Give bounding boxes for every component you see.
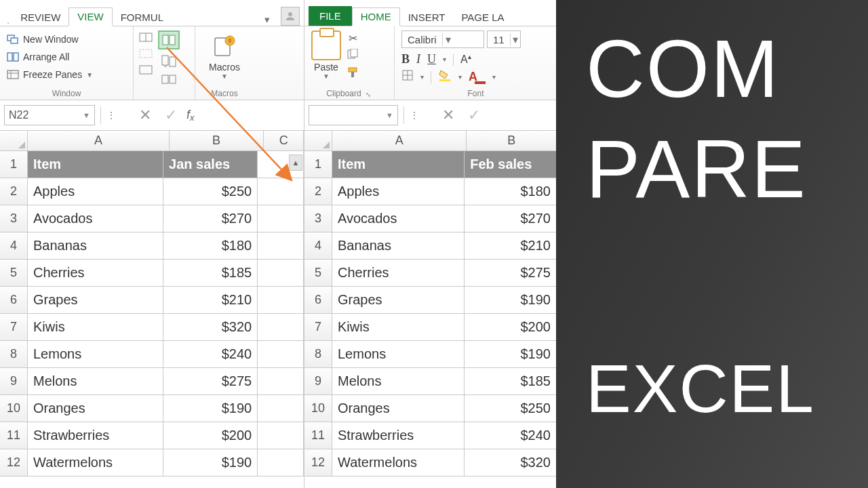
row-header[interactable]: 6 bbox=[0, 287, 28, 314]
row-header[interactable]: 7 bbox=[0, 314, 28, 341]
cell-sales[interactable]: $320 bbox=[163, 314, 258, 341]
format-painter-icon[interactable] bbox=[347, 66, 359, 81]
name-box[interactable]: N22 ▼ bbox=[4, 105, 95, 125]
cell[interactable] bbox=[258, 449, 304, 476]
cell-sales[interactable]: $240 bbox=[163, 341, 258, 368]
cell-item[interactable]: Oranges bbox=[332, 395, 465, 422]
cell-item[interactable]: Lemons bbox=[332, 341, 465, 368]
cell-item[interactable]: Apples bbox=[332, 178, 465, 205]
row-header[interactable]: 1 bbox=[304, 151, 332, 178]
cell-sales[interactable]: $320 bbox=[465, 449, 557, 476]
header-sales[interactable]: Feb sales bbox=[465, 151, 557, 178]
cell-sales[interactable]: $185 bbox=[163, 260, 258, 287]
new-window-button[interactable]: New Window bbox=[7, 30, 126, 48]
row-header[interactable]: 9 bbox=[0, 368, 28, 395]
row-header[interactable]: 1 bbox=[0, 151, 28, 178]
row-header[interactable]: 8 bbox=[304, 341, 332, 368]
row-header[interactable]: 11 bbox=[304, 422, 332, 449]
font-size-select[interactable]: 11▾ bbox=[487, 30, 521, 48]
tab-home[interactable]: HOME bbox=[352, 7, 400, 26]
col-header-a[interactable]: A bbox=[28, 131, 170, 151]
cell-item[interactable]: Kiwis bbox=[332, 314, 465, 341]
row-header[interactable]: 12 bbox=[304, 449, 332, 476]
header-item[interactable]: Item bbox=[332, 151, 465, 178]
underline-button[interactable]: U bbox=[427, 52, 436, 66]
enter-formula-icon[interactable]: ✓ bbox=[464, 106, 484, 124]
cell-item[interactable]: Grapes bbox=[28, 287, 163, 314]
col-header-b[interactable]: B bbox=[467, 131, 557, 151]
row-header[interactable]: 2 bbox=[0, 178, 28, 205]
cell-item[interactable]: Cherries bbox=[28, 260, 163, 287]
cell-sales[interactable]: $185 bbox=[465, 368, 557, 395]
cell[interactable] bbox=[258, 232, 304, 260]
cell-item[interactable]: Melons bbox=[332, 368, 465, 395]
account-avatar-icon[interactable] bbox=[281, 7, 300, 26]
cell-sales[interactable]: $190 bbox=[465, 287, 557, 314]
cell[interactable] bbox=[258, 395, 304, 422]
cell-item[interactable]: Avocados bbox=[332, 205, 465, 232]
grid-left[interactable]: A B C 1 Item Jan sales 2Apples$2503Avoca… bbox=[0, 131, 304, 476]
col-header-b[interactable]: B bbox=[170, 131, 264, 151]
tab-file[interactable]: FILE bbox=[309, 6, 352, 26]
bold-button[interactable]: B bbox=[401, 52, 410, 66]
unhide-icon[interactable] bbox=[138, 63, 154, 77]
cell-item[interactable]: Avocados bbox=[28, 205, 163, 232]
cut-icon[interactable]: ✂ bbox=[349, 32, 357, 45]
cell-item[interactable]: Watermelons bbox=[332, 449, 465, 476]
cell-item[interactable]: Apples bbox=[28, 178, 163, 205]
macros-button[interactable] bbox=[210, 30, 239, 62]
grid-right[interactable]: A B 1 Item Feb sales 2Apples$1803Avocado… bbox=[304, 131, 557, 476]
cell-sales[interactable]: $210 bbox=[465, 232, 557, 260]
col-header-a[interactable]: A bbox=[332, 131, 467, 151]
cell[interactable] bbox=[258, 422, 304, 449]
row-header[interactable]: 5 bbox=[0, 260, 28, 287]
tab-review[interactable]: REVIEW bbox=[12, 9, 68, 26]
row-header[interactable]: 9 bbox=[304, 368, 332, 395]
cell-sales[interactable]: $200 bbox=[465, 314, 557, 341]
cell-sales[interactable]: $270 bbox=[465, 205, 557, 232]
cell-item[interactable]: Oranges bbox=[28, 395, 163, 422]
row-header[interactable]: 3 bbox=[304, 205, 332, 232]
cell-sales[interactable]: $250 bbox=[163, 178, 258, 205]
cell[interactable] bbox=[258, 260, 304, 287]
fill-color-icon[interactable] bbox=[438, 69, 452, 85]
cell-item[interactable]: Kiwis bbox=[28, 314, 163, 341]
col-header-c[interactable]: C bbox=[264, 131, 304, 151]
cell-item[interactable]: Grapes bbox=[332, 287, 465, 314]
ribbon-overflow-icon[interactable]: ▾ bbox=[264, 14, 275, 26]
cell-sales[interactable]: $210 bbox=[163, 287, 258, 314]
cell[interactable] bbox=[258, 314, 304, 341]
cell[interactable] bbox=[258, 341, 304, 368]
cell-item[interactable]: Strawberries bbox=[28, 422, 163, 449]
cell[interactable] bbox=[258, 368, 304, 395]
cell-sales[interactable]: $275 bbox=[163, 368, 258, 395]
tab-view[interactable]: VIEW bbox=[68, 7, 112, 26]
sync-scroll-icon[interactable] bbox=[161, 52, 177, 70]
tab-formulas[interactable]: FORMUL bbox=[113, 9, 172, 26]
scroll-up-button[interactable]: ▲ bbox=[289, 155, 302, 171]
row-header[interactable]: 7 bbox=[304, 314, 332, 341]
cell[interactable] bbox=[258, 287, 304, 314]
cell[interactable] bbox=[258, 178, 304, 205]
cell-item[interactable]: Cherries bbox=[332, 260, 465, 287]
cell-item[interactable]: Melons bbox=[28, 368, 163, 395]
grow-font-icon[interactable]: A▴ bbox=[460, 53, 471, 66]
row-header[interactable]: 4 bbox=[0, 232, 28, 260]
row-header[interactable]: 12 bbox=[0, 449, 28, 476]
cell-sales[interactable]: $180 bbox=[465, 178, 557, 205]
clipboard-launcher-icon[interactable]: ⤡ bbox=[366, 91, 372, 98]
view-side-by-side-button[interactable] bbox=[158, 30, 180, 49]
cell-sales[interactable]: $190 bbox=[163, 449, 258, 476]
row-header[interactable]: 6 bbox=[304, 287, 332, 314]
row-header[interactable]: 3 bbox=[0, 205, 28, 232]
cell-sales[interactable]: $200 bbox=[163, 422, 258, 449]
font-name-select[interactable]: Calibri▾ bbox=[401, 30, 484, 48]
cell-item[interactable]: Lemons bbox=[28, 341, 163, 368]
cancel-formula-icon[interactable]: ✕ bbox=[135, 106, 155, 124]
freeze-panes-button[interactable]: Freeze Panes ▼ bbox=[7, 66, 126, 83]
paste-button[interactable] bbox=[311, 30, 341, 60]
cell-item[interactable]: Watermelons bbox=[28, 449, 163, 476]
row-header[interactable]: 4 bbox=[304, 232, 332, 260]
cell-sales[interactable]: $275 bbox=[465, 260, 557, 287]
tab-insert[interactable]: INSERT bbox=[400, 9, 454, 26]
